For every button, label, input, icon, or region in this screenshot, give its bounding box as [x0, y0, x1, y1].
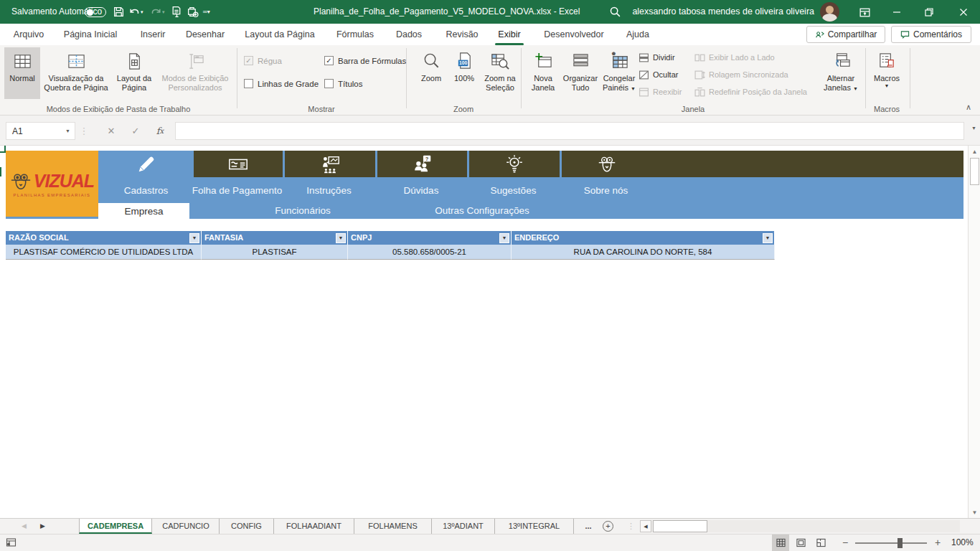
user-avatar[interactable] [820, 2, 839, 22]
status-normal-view-button[interactable] [772, 534, 789, 551]
horizontal-scrollbar[interactable]: ◀ [640, 520, 960, 532]
cell-endereco[interactable]: RUA DA CAROLINA DO NORTE, 584 [512, 245, 775, 260]
arrange-all-button[interactable]: Organizar Tudo [561, 47, 600, 99]
cell-razao-social[interactable]: PLASTISAF COMÉRCIO DE UTILIDADES LTDA [6, 245, 202, 260]
collapse-ribbon-icon[interactable]: ∧ [966, 103, 971, 112]
menu-tab-folha-de-pagamento-label[interactable]: Folha de Pagamento [192, 179, 283, 203]
cell-cnpj[interactable]: 05.580.658/0005-21 [348, 245, 512, 260]
sheet-tab-folhamens[interactable]: FOLHAMENS [354, 519, 432, 534]
column-header-razao-social[interactable]: RAZÃO SOCIAL▼ [6, 231, 202, 245]
sheet-nav-left-icon[interactable]: ◀ [22, 519, 27, 534]
sheet-tab-cadfuncio[interactable]: CADFUNCIO [153, 519, 220, 534]
tab-exibir[interactable]: Exibir [492, 24, 527, 45]
tab-revisao[interactable]: Revisão [442, 24, 482, 45]
sheet-tab-folhaadiant[interactable]: FOLHAADIANT [274, 519, 354, 534]
comments-button[interactable]: Comentários [891, 26, 971, 43]
filter-dropdown-icon[interactable]: ▼ [763, 233, 773, 243]
search-icon[interactable] [609, 6, 621, 18]
subtab-funcionarios[interactable]: Funcionários [275, 203, 330, 219]
tab-inserir[interactable]: Inserir [135, 24, 171, 45]
formula-bar-grip-icon[interactable]: ⋮ [79, 122, 89, 140]
page-layout-button[interactable]: Layout da Página [112, 47, 156, 99]
minimize-button[interactable] [886, 0, 908, 24]
filter-dropdown-icon[interactable]: ▼ [499, 233, 509, 243]
tab-arquivo[interactable]: Arquivo [11, 24, 46, 45]
tab-desenhar[interactable]: Desenhar [182, 24, 228, 45]
status-page-break-button[interactable] [812, 534, 829, 551]
scroll-down-icon[interactable]: ▼ [969, 507, 980, 518]
tab-formulas[interactable]: Fórmulas [331, 24, 379, 45]
column-header-cnpj[interactable]: CNPJ▼ [348, 231, 512, 245]
normal-view-button[interactable]: Normal [4, 47, 40, 99]
new-sheet-icon[interactable]: + [603, 521, 613, 532]
close-button[interactable] [953, 0, 974, 24]
horizontal-scroll-thumb[interactable] [653, 520, 707, 532]
vertical-scroll-thumb[interactable] [970, 158, 979, 185]
formula-bar-checkbox[interactable]: ✓ Barra de Fórmulas [324, 56, 406, 65]
zoom-to-selection-button[interactable]: Zoom na Seleção [479, 47, 521, 99]
expand-formula-bar-icon[interactable]: ▼ [971, 126, 976, 131]
filter-dropdown-icon[interactable]: ▼ [336, 233, 346, 243]
tab-dados[interactable]: Dados [392, 24, 426, 45]
subtab-empresa[interactable]: Empresa [98, 203, 189, 219]
print-icon[interactable] [171, 6, 183, 18]
share-button[interactable]: Compartilhar [806, 26, 885, 43]
menu-tab-folha-de-pagamento[interactable] [192, 151, 283, 177]
zoom-out-icon[interactable]: − [842, 534, 848, 551]
menu-tab-instrucoes-label[interactable]: Instruções [283, 179, 375, 203]
autosave-toggle[interactable] [85, 7, 106, 17]
menu-tab-sobre-nos-label[interactable]: Sobre nós [560, 179, 652, 203]
zoom-in-icon[interactable]: + [935, 534, 941, 551]
menu-tab-cadastros-label[interactable]: Cadastros [98, 179, 194, 203]
filter-dropdown-icon[interactable]: ▼ [189, 233, 199, 243]
zoom-button[interactable]: Zoom [413, 47, 449, 99]
menu-tab-sobre-nos[interactable] [560, 151, 652, 177]
restore-button[interactable] [918, 0, 940, 24]
tab-ajuda[interactable]: Ajuda [621, 24, 654, 45]
menu-tab-duvidas[interactable]: ? [375, 151, 467, 177]
zoom-slider-thumb[interactable] [897, 538, 903, 548]
name-box-dropdown-icon[interactable]: ▼ [65, 123, 70, 140]
switch-windows-button[interactable]: Alternar Janelas ▼ [819, 47, 862, 99]
undo-dropdown-icon[interactable]: ▾ [141, 0, 143, 24]
new-window-button[interactable]: Nova Janela [527, 47, 560, 99]
split-button[interactable]: Dividir [639, 50, 675, 65]
menu-tab-sugestoes-label[interactable]: Sugestões [467, 179, 560, 203]
zoom-level[interactable]: 100% [951, 534, 974, 551]
sheet-tabs-overflow[interactable]: ... [578, 519, 599, 534]
undo-icon[interactable] [128, 6, 141, 18]
column-header-endereco[interactable]: ENDEREÇO▼ [512, 231, 775, 245]
ribbon-display-options-icon[interactable] [859, 6, 871, 19]
column-header-fantasia[interactable]: FANTASIA▼ [202, 231, 348, 245]
save-icon[interactable] [113, 6, 125, 18]
gridlines-checkbox[interactable]: Linhas de Grade [244, 79, 319, 88]
user-name[interactable]: alexsandro tabosa mendes de oliveira oli… [632, 0, 814, 24]
hide-button[interactable]: Ocultar [639, 67, 678, 82]
subtab-outras-configuracoes[interactable]: Outras Configurações [435, 203, 529, 219]
sheet-tab-cadempresa[interactable]: CADEMPRESA [79, 519, 152, 534]
zoom-100-button[interactable]: 100 100% [451, 47, 478, 99]
insert-function-icon[interactable]: fx [151, 122, 169, 140]
macros-button[interactable]: Macros ▼ [870, 47, 904, 99]
tab-pagina-inicial[interactable]: Página Inicial [57, 24, 123, 45]
print-preview-icon[interactable] [187, 6, 199, 18]
sheet-tab-config[interactable]: CONFIG [220, 519, 274, 534]
tab-layout-da-pagina[interactable]: Layout da Página [240, 24, 320, 45]
vertical-scrollbar[interactable]: ▲ ▼ [968, 146, 980, 518]
menu-tab-duvidas-label[interactable]: Dúvidas [375, 179, 467, 203]
status-page-layout-button[interactable] [792, 534, 809, 551]
cell-fantasia[interactable]: PLASTISAF [202, 245, 348, 260]
freeze-panes-button[interactable]: * Congelar Painéis ▼ [601, 47, 637, 99]
menu-tab-instrucoes[interactable] [283, 151, 375, 177]
macro-record-icon[interactable] [6, 537, 17, 551]
menu-tab-sugestoes[interactable] [467, 151, 560, 177]
page-break-preview-button[interactable]: Visualização da Quebra de Página [42, 47, 110, 99]
sheet-nav-right-icon[interactable]: ▶ [40, 519, 45, 534]
zoom-slider[interactable] [855, 542, 927, 544]
customize-qat-icon[interactable]: ═▾ [203, 0, 210, 24]
tab-desenvolvedor[interactable]: Desenvolvedor [537, 24, 611, 45]
headings-checkbox[interactable]: Títulos [324, 79, 363, 88]
name-box[interactable]: A1 ▼ [6, 122, 75, 140]
sheet-tab-13integral[interactable]: 13ºINTEGRAL [495, 519, 574, 534]
scroll-left-icon[interactable]: ◀ [640, 520, 651, 532]
